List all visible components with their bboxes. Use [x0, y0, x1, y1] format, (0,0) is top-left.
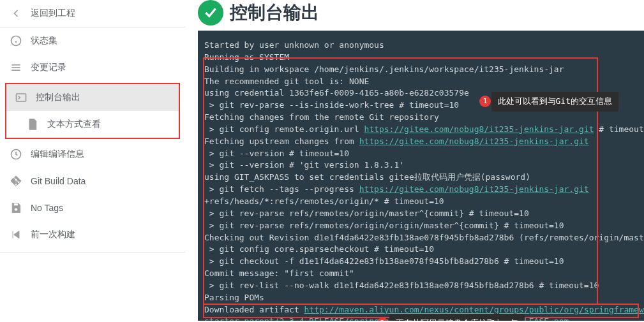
sidebar-textview[interactable]: 文本方式查看: [6, 111, 179, 138]
sidebar-status[interactable]: 状态集: [0, 27, 185, 54]
history-icon: [9, 147, 23, 161]
sidebar-back[interactable]: 返回到工程: [0, 0, 185, 27]
info-icon: [9, 34, 23, 48]
git-icon: [9, 174, 23, 188]
sidebar-label: No Tags: [31, 203, 63, 213]
sidebar-label: 文本方式查看: [47, 119, 101, 130]
console-output: Started by user unknown or anonymous Run…: [198, 31, 644, 321]
arrow-left-icon: [9, 6, 23, 20]
sidebar-console-group: 控制台输出 文本方式查看: [5, 83, 180, 139]
annotation-badge-1: 1: [479, 96, 491, 107]
save-icon: [9, 201, 23, 215]
sidebar-label: 前一次构建: [31, 229, 75, 240]
sidebar-label: 返回到工程: [31, 8, 75, 19]
success-check-icon: [198, 0, 223, 26]
list-icon: [9, 61, 23, 75]
sidebar-console[interactable]: 控制台输出: [6, 84, 179, 111]
sidebar: 返回到工程 状态集 变更记录 控制台输出 文本方式查看 编辑编译信息 Git B…: [0, 0, 185, 322]
skip-back-icon: [9, 228, 23, 242]
sidebar-label: 状态集: [31, 35, 57, 47]
svg-point-8: [15, 208, 18, 211]
main-content: 控制台输出 Started by user unknown or anonymo…: [185, 0, 644, 322]
sidebar-changes[interactable]: 变更记录: [0, 54, 185, 81]
sidebar-label: 编辑编译信息: [31, 149, 84, 160]
log-line: Started by user unknown or anonymous: [204, 40, 638, 52]
terminal-icon: [14, 91, 28, 105]
sidebar-prevbuild[interactable]: 前一次构建: [0, 221, 185, 248]
sidebar-label: 变更记录: [31, 62, 66, 73]
annotation-tooltip-2: 正在从阿里云镜像仓库拉取jar包: [389, 314, 525, 321]
page-title: 控制台输出: [230, 1, 319, 25]
document-icon: [26, 117, 40, 131]
sidebar-editbuild[interactable]: 编辑编译信息: [0, 141, 185, 168]
sidebar-label: 控制台输出: [36, 92, 80, 103]
sidebar-gitbuild[interactable]: Git Build Data: [0, 168, 185, 194]
sidebar-label: Git Build Data: [31, 176, 86, 186]
sidebar-notags[interactable]: No Tags: [0, 194, 185, 221]
page-header: 控制台输出: [185, 0, 644, 31]
annotation-tooltip-1: 此处可以看到与Git的交互信息: [491, 92, 618, 112]
svg-rect-6: [17, 94, 26, 101]
